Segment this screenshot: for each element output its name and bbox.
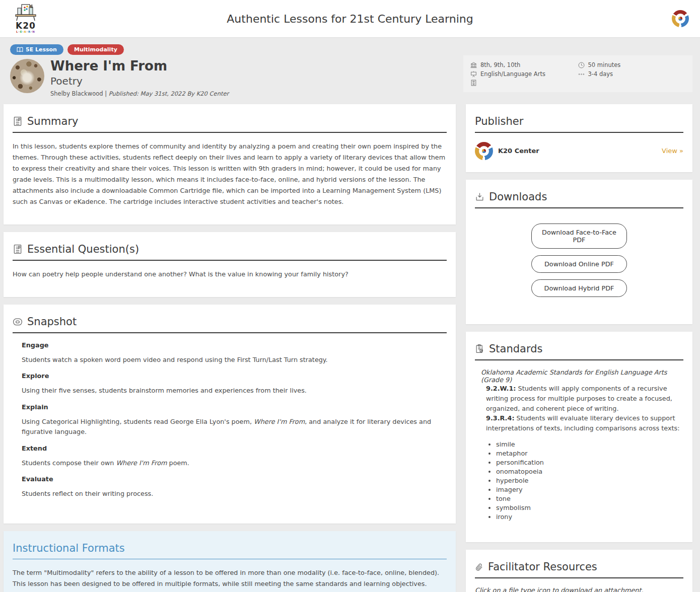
downloads-heading: Downloads [475,191,683,208]
author-name: Shelby Blackwood [50,90,103,97]
meta-grades: 8th, 9th, 10th [470,61,578,68]
lesson-thumbnail [10,59,44,93]
instructional-formats-heading-label: Instructional Formats [13,542,125,554]
snapshot-card: Snapshot Engage Students watch a spoken … [4,305,456,524]
k20-logo-word: K20 [11,22,40,30]
ellipsis-icon [578,71,585,78]
k20-center-logo[interactable] [672,10,689,27]
essential-questions-heading: Essential Question(s) [13,243,447,261]
badge-row: 5E Lesson Multimodality [10,44,463,55]
download-face-to-face-pdf-button[interactable]: Download Face-to-Face PDF [531,224,627,249]
summary-heading-label: Summary [27,115,78,127]
list-item: imagery [496,486,683,493]
camera-icon [13,317,23,327]
summary-card: Summary In this lesson, students explore… [4,104,456,225]
meta-days: 3-4 days [578,70,686,78]
clipboard-check-icon [475,344,484,353]
k20-center-logo [475,142,493,160]
badge-5e-lesson[interactable]: 5E Lesson [10,44,63,55]
phase-name: Evaluate [22,475,438,483]
literary-devices-list: simile metaphor personification onomatop… [496,440,683,521]
list-item: personification [496,459,683,466]
list-item: onomatopoeia [496,468,683,475]
instructional-formats-card: Instructional Formats The term "Multimod… [4,531,456,592]
byline-separator: | [105,90,109,97]
facilitator-note: Click on a file type icon to download an… [475,586,683,592]
phase-text: Students watch a spoken word poem video … [22,355,438,365]
k20-logo-learn-letters: L·E·A·R·N [11,31,40,34]
site-header: K20 L·E·A·R·N Authentic Lessons for 21st… [0,0,700,38]
publisher-heading-label: Publisher [475,115,523,127]
snapshot-phase-explore: Explore Using their five senses, student… [22,372,438,396]
phase-text: Students reflect on their writing proces… [22,489,438,499]
snapshot-phase-extend: Extend Students compose their own Where … [22,445,438,468]
facilitator-resources-heading-label: Facilitator Resources [488,561,597,573]
summary-heading: Summary [13,115,447,133]
badge-multimodality-label: Multimodality [74,46,117,53]
paperclip-icon [475,562,483,572]
standards-heading: Standards [475,343,683,360]
downloads-heading-label: Downloads [489,191,547,203]
essential-questions-text: How can poetry help people understand on… [13,269,447,280]
phase-name: Extend [22,445,438,452]
summary-text: In this lesson, students explore themes … [13,141,447,207]
book-icon [17,47,23,52]
phase-name: Engage [22,341,438,349]
clock-icon [578,62,585,68]
lesson-meta-box: 8th, 9th, 10th English/Language Arts 50 … [463,55,692,92]
k20-learn-logo[interactable]: K20 L·E·A·R·N [11,4,40,34]
list-item: metaphor [496,450,683,457]
instructional-formats-heading: Instructional Formats [13,542,447,559]
essential-questions-card: Essential Question(s) How can poetry hel… [4,232,456,297]
publisher-name: K20 Center [498,147,539,155]
standards-heading-label: Standards [489,343,542,355]
snapshot-phase-explain: Explain Using Categorical Highlighting, … [22,403,438,437]
facilitator-resources-card: Facilitator Resources Click on a file ty… [466,550,692,592]
phase-name: Explain [22,403,438,411]
badge-5e-lesson-label: 5E Lesson [26,46,57,53]
meta-days-value: 3-4 days [588,70,613,78]
snapshot-heading-label: Snapshot [27,316,77,328]
lesson-subtitle: Poetry [50,75,229,87]
meta-certification [470,80,578,86]
list-item: irony [496,513,683,521]
badge-multimodality[interactable]: Multimodality [67,44,124,55]
meta-subject: English/Language Arts [470,70,578,78]
list-item: tone [496,495,683,502]
lesson-hero: 5E Lesson Multimodality Where I'm From P… [4,44,692,97]
facilitator-resources-heading: Facilitator Resources [475,561,683,578]
phase-name: Explore [22,372,438,380]
list-item: symbolism [496,504,683,511]
publisher-card: Publisher K20 Center View » [466,104,692,172]
download-online-pdf-button[interactable]: Download Online PDF [531,255,627,273]
download-buttons: Download Face-to-Face PDF Download Onlin… [475,224,683,297]
snapshot-heading: Snapshot [13,316,447,333]
publisher-view-link[interactable]: View » [662,147,683,155]
certificate-icon [470,80,477,86]
list-item: hyperbole [496,477,683,484]
k20-learn-logo-icon [15,4,37,21]
essential-questions-heading-label: Essential Question(s) [27,243,139,255]
phase-text: Using Categorical Highlighting, students… [22,417,438,437]
standards-item-2: 9.3.R.4: Students will evaluate literary… [486,413,683,433]
document-icon [13,244,23,254]
publisher-row: K20 Center View » [475,142,683,160]
instructional-formats-text: The term "Multimodality" refers to the a… [13,567,447,592]
document-icon [13,116,23,126]
meta-duration: 50 minutes [578,61,686,68]
meta-subject-value: English/Language Arts [480,70,545,78]
site-title: Authentic Lessons for 21st Century Learn… [0,13,700,25]
download-hybrid-pdf-button[interactable]: Download Hybrid PDF [531,279,627,297]
grade-level-icon [470,62,477,68]
standards-item-1: 9.2.W.1: Students will apply components … [486,384,683,413]
byline: Shelby Blackwood | Published: May 31st, … [50,90,229,97]
page-title: Where I'm From [50,59,229,74]
meta-duration-value: 50 minutes [588,61,621,68]
published-date: Published: May 31st, 2022 By K20 Center [109,90,229,97]
publisher-heading: Publisher [475,115,683,133]
phase-text: Using their five senses, students brains… [22,386,438,396]
snapshot-phase-engage: Engage Students watch a spoken word poem… [22,341,438,365]
meta-grades-value: 8th, 9th, 10th [480,61,520,68]
standards-intro: Oklahoma Academic Standards for English … [481,368,683,384]
list-item: simile [496,440,683,448]
